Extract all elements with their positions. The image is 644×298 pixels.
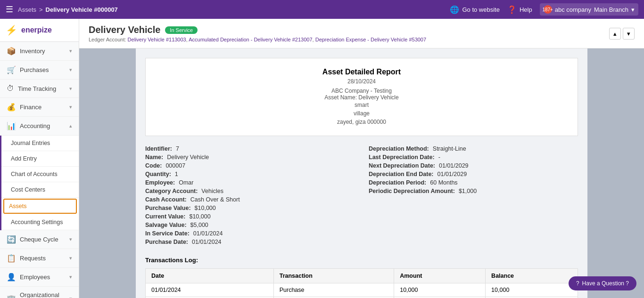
- sidebar-item-label: Organizational Structure: [20, 291, 69, 298]
- detail-quantity: Quantity: 1: [145, 171, 355, 177]
- chevron-down-icon: ▾: [69, 86, 72, 92]
- logo-icon: ⚡: [6, 24, 17, 36]
- org-structure-icon: 🏢: [7, 294, 16, 298]
- status-badge: In Service: [165, 26, 198, 34]
- sidebar-item-label: Purchases: [20, 66, 49, 73]
- detail-identifier: Identifier: 7: [145, 145, 355, 152]
- sidebar-item-cost-centers[interactable]: Cost Centers: [1, 182, 79, 198]
- breadcrumb: Assets > Delivery Vehicle #000007: [18, 6, 118, 13]
- ledger-link-2[interactable]: Accumulated Depreciation - Delivery Vehi…: [189, 37, 312, 42]
- sidebar-item-add-entry[interactable]: Add Entry: [1, 151, 79, 167]
- detail-employee: Employee: Omar: [145, 179, 355, 186]
- sidebar-item-org-structure[interactable]: 🏢 Organizational Structure ▾: [0, 287, 79, 298]
- sidebar-item-journal-entries[interactable]: Journal Entries: [1, 136, 79, 151]
- sidebar-item-label: Cheque Cycle: [20, 236, 58, 243]
- report-address: smart village zayed, giza 000000: [155, 101, 568, 126]
- sidebar-item-purchases[interactable]: 🛒 Purchases ▾: [0, 61, 79, 80]
- menu-toggle-icon[interactable]: ☰: [6, 4, 13, 15]
- sidebar-item-accounting-settings[interactable]: Accounting Settings: [1, 215, 79, 230]
- detail-depreciation-end-date: Depreciation End Date: 01/01/2029: [369, 171, 578, 177]
- detail-category-account: Category Account: Vehicles: [145, 188, 355, 194]
- table-row: 01/01/2024 Purchase 10,000 10,000: [146, 283, 578, 297]
- time-tracking-icon: ⏱: [7, 84, 14, 93]
- sidebar-item-accounting[interactable]: 📊 Accounting ▴: [0, 117, 79, 136]
- inventory-icon: 📦: [7, 47, 16, 56]
- ledger-link-3[interactable]: Depreciation Expense - Delivery Vehicle …: [315, 37, 426, 42]
- sidebar-item-cheque-cycle[interactable]: 🔄 Cheque Cycle ▾: [0, 230, 79, 249]
- user-chevron-icon: ▾: [631, 6, 635, 13]
- ledger-links: Ledger Account: Delivery Vehicle #113003…: [89, 37, 426, 42]
- ledger-link-1[interactable]: Delivery Vehicle #113003: [128, 37, 186, 42]
- detail-name: Name: Delivery Vehicle: [145, 154, 355, 161]
- have-a-question-button[interactable]: ? Have a Question ?: [569, 276, 636, 290]
- nav-arrows: ▴ ▾: [609, 28, 635, 40]
- requests-icon: 📋: [7, 254, 16, 263]
- ledger-label: Ledger Account:: [89, 37, 126, 42]
- sidebar-item-label: Employees: [20, 274, 50, 281]
- report-asset-name: Asset Name: Delivery Vehicle: [155, 94, 568, 101]
- logo-area: ⚡ enerpize: [0, 19, 79, 42]
- breadcrumb-current: Delivery Vehicle #000007: [46, 6, 118, 13]
- transactions-table: Date Transaction Amount Balance 01/01/20…: [145, 268, 578, 298]
- detail-depreciation-period: Depreciation Period: 60 Months: [369, 179, 578, 186]
- go-to-website-label: Go to website: [462, 6, 500, 13]
- detail-in-service-date: In Service Date: 01/01/2024: [145, 230, 355, 237]
- sidebar-item-requests[interactable]: 📋 Requests ▾: [0, 249, 79, 268]
- row1-amount: 10,000: [394, 283, 486, 297]
- sidebar-item-label: Time Tracking: [18, 85, 56, 92]
- help-button[interactable]: ❓ Help: [507, 5, 532, 14]
- question-label: Have a Question ?: [582, 280, 629, 287]
- sidebar-item-employees[interactable]: 👤 Employees ▾: [0, 268, 79, 287]
- main-content: Delivery Vehicle In Service Ledger Accou…: [79, 19, 644, 298]
- col-amount: Amount: [394, 269, 486, 283]
- report-sidebar-left: [79, 48, 136, 298]
- sidebar-item-assets[interactable]: Assets: [3, 199, 77, 214]
- sidebar-item-chart-of-accounts[interactable]: Chart of Accounts: [1, 167, 79, 182]
- address-line2: village: [354, 110, 370, 117]
- user-section[interactable]: 187+ abc company Main Branch ▾: [540, 3, 638, 16]
- next-arrow-button[interactable]: ▾: [623, 28, 635, 40]
- breadcrumb-parent[interactable]: Assets: [18, 6, 36, 13]
- employees-icon: 👤: [7, 273, 16, 282]
- purchases-icon: 🛒: [7, 65, 16, 74]
- sidebar-item-label: Accounting: [20, 122, 50, 129]
- detail-depreciation-method: Depreciation Method: Straight-Line: [369, 145, 578, 152]
- sidebar-item-inventory[interactable]: 📦 Inventory ▾: [0, 42, 79, 61]
- col-balance: Balance: [486, 269, 578, 283]
- nav-right: 🌐 Go to website ❓ Help 187+ abc company …: [450, 3, 638, 16]
- chevron-down-icon: ▾: [69, 104, 72, 110]
- breadcrumb-separator: >: [39, 6, 43, 13]
- asset-name-value: Delivery Vehicle: [358, 94, 398, 101]
- asset-details: Identifier: 7 Name: Delivery Vehicle Cod…: [145, 145, 578, 247]
- accounting-icon: 📊: [7, 121, 16, 130]
- detail-next-depreciation-date: Next Depreciation Date: 01/01/2029: [369, 162, 578, 169]
- chevron-down-icon: ▾: [69, 274, 72, 280]
- page-header: Delivery Vehicle In Service Ledger Accou…: [79, 19, 644, 48]
- row1-transaction: Purchase: [273, 283, 394, 297]
- prev-arrow-button[interactable]: ▴: [609, 28, 621, 40]
- report-title: Asset Detailed Report: [155, 68, 568, 76]
- col-transaction: Transaction: [273, 269, 394, 283]
- website-icon: 🌐: [450, 5, 459, 14]
- help-label: Help: [520, 6, 532, 13]
- top-navigation: ☰ Assets > Delivery Vehicle #000007 🌐 Go…: [0, 0, 644, 19]
- page-title-area: Delivery Vehicle In Service: [89, 24, 426, 35]
- detail-salvage-value: Salvage Value: $5,000: [145, 222, 355, 228]
- asset-name-label: Asset Name:: [324, 94, 357, 101]
- detail-code: Code: 000007: [145, 162, 355, 169]
- detail-current-value: Current Value: $10,000: [145, 213, 355, 220]
- notification-badge: 187+: [544, 5, 552, 14]
- branch-name: Main Branch: [594, 6, 628, 13]
- sidebar-item-finance[interactable]: 💰 Finance ▾: [0, 98, 79, 117]
- detail-purchase-value: Purchase Value: $10,000: [145, 205, 355, 211]
- detail-cash-account: Cash Account: Cash Over & Short: [145, 196, 355, 203]
- transactions-title: Transactions Log:: [145, 257, 578, 264]
- details-right: Depreciation Method: Straight-Line Last …: [369, 145, 578, 247]
- details-grid: Identifier: 7 Name: Delivery Vehicle Cod…: [145, 145, 578, 247]
- sidebar-item-label: Requests: [20, 255, 46, 262]
- go-to-website-button[interactable]: 🌐 Go to website: [450, 5, 500, 14]
- sidebar-item-time-tracking[interactable]: ⏱ Time Tracking ▾: [0, 80, 79, 98]
- sidebar: ⚡ enerpize 📦 Inventory ▾ 🛒 Purchases ▾ ⏱…: [0, 19, 79, 298]
- detail-last-depreciation-date: Last Depreciation Date: -: [369, 154, 578, 161]
- help-icon: ❓: [507, 5, 517, 14]
